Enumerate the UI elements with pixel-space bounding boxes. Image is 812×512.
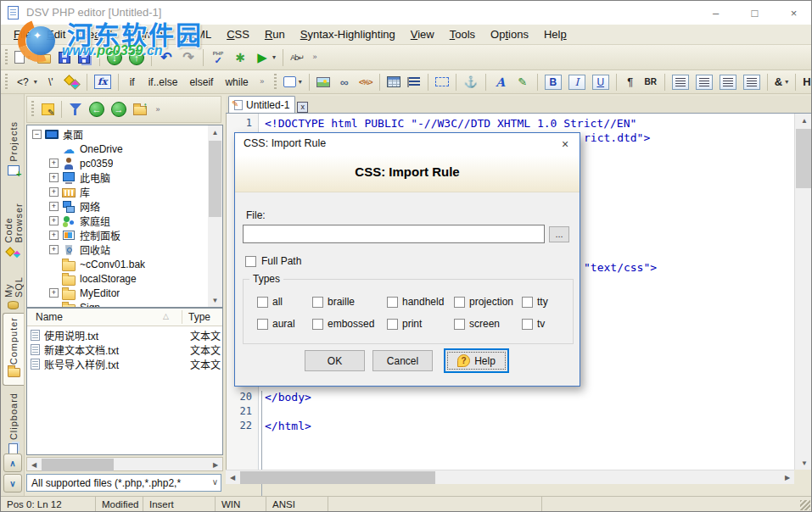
- editor-vscrollbar-thumb[interactable]: [796, 129, 812, 188]
- hyperlink-button[interactable]: ∞: [333, 72, 356, 92]
- type-option-screen[interactable]: screen: [454, 318, 500, 330]
- cancel-button[interactable]: Cancel: [372, 350, 433, 371]
- scroll-left-icon[interactable]: ◀: [27, 458, 41, 472]
- sidebar-tab-projects[interactable]: Projects: [3, 118, 24, 175]
- close-button[interactable]: ×: [775, 1, 812, 25]
- function-button[interactable]: fx: [91, 72, 115, 92]
- toolbar-grip[interactable]: [5, 74, 8, 91]
- type-checkbox-screen[interactable]: [454, 319, 465, 330]
- type-checkbox-tv[interactable]: [522, 319, 533, 330]
- type-option-projection[interactable]: projection: [454, 296, 513, 308]
- toolbar-grip[interactable]: [31, 101, 34, 118]
- word-wrap-button[interactable]: Ab↵: [287, 47, 307, 68]
- run-button[interactable]: ▶▾: [251, 47, 279, 68]
- sidebar-tab-code-browser[interactable]: Code Browser: [3, 184, 24, 259]
- toolbar-grip[interactable]: [274, 74, 277, 91]
- type-checkbox-all[interactable]: [257, 297, 268, 308]
- type-option-print[interactable]: print: [387, 318, 422, 330]
- align-center-button[interactable]: [692, 72, 716, 92]
- heading-button[interactable]: H▾: [799, 72, 812, 92]
- anchor-button[interactable]: ⚓: [460, 72, 482, 92]
- file-item-使用说明-txt[interactable]: 使用说明.txt文本文: [29, 328, 222, 342]
- file-input[interactable]: [243, 225, 545, 243]
- expand-icon[interactable]: +: [49, 245, 59, 254]
- explorer-scrollbar-thumb[interactable]: [42, 459, 114, 471]
- collapse-down-button[interactable]: ∨: [3, 474, 22, 493]
- tree-item-cconv01-bak[interactable]: ~cConv01.bak: [27, 257, 193, 271]
- underline-button[interactable]: U: [589, 72, 613, 92]
- tree-scrollbar-thumb[interactable]: [209, 141, 221, 217]
- scroll-right-icon[interactable]: ▶: [209, 458, 222, 472]
- new-file-button[interactable]: ▾: [11, 47, 34, 68]
- php-syntax-check-button[interactable]: PHP✓: [207, 47, 229, 68]
- menu-item-search[interactable]: Search: [73, 25, 123, 44]
- menu-item-run[interactable]: Run: [257, 25, 293, 44]
- type-checkbox-print[interactable]: [387, 319, 398, 330]
- align-right-button[interactable]: [716, 72, 740, 92]
- scroll-down-icon[interactable]: ▼: [795, 456, 812, 470]
- toolbar-grip[interactable]: [5, 49, 8, 66]
- tree-scrollbar[interactable]: ▲ ▼: [208, 125, 222, 307]
- fieldset-button[interactable]: [432, 72, 452, 92]
- tree-item-sign[interactable]: Sign: [27, 300, 193, 308]
- menu-item-format[interactable]: Format: [124, 25, 174, 44]
- type-option-handheld[interactable]: handheld: [387, 296, 444, 308]
- expand-icon[interactable]: +: [49, 173, 59, 182]
- bold-button[interactable]: B: [541, 72, 565, 92]
- resize-grip[interactable]: [800, 500, 810, 510]
- scroll-down-icon[interactable]: ▼: [208, 293, 222, 307]
- image-button[interactable]: [313, 72, 333, 92]
- editor-vertical-scrollbar[interactable]: ▲ ▼: [794, 114, 812, 470]
- debug-button[interactable]: ✱: [229, 47, 251, 68]
- menu-item-css[interactable]: CSS: [219, 25, 257, 44]
- folder-up-button[interactable]: [130, 99, 150, 120]
- tree-item-桌面[interactable]: −桌面: [27, 127, 193, 142]
- sidebar-tab-clipboard[interactable]: Clipboard: [3, 389, 24, 457]
- if-else-button[interactable]: if..else: [143, 72, 184, 92]
- dialog-close-icon[interactable]: ×: [557, 136, 573, 152]
- scroll-left-icon[interactable]: ◀: [226, 470, 239, 485]
- help-button[interactable]: ? Help: [444, 348, 509, 373]
- type-option-all[interactable]: all: [257, 296, 283, 308]
- tree-item-onedrive[interactable]: OneDrive: [27, 142, 193, 156]
- sidebar-tab-my-sql[interactable]: My SQL: [3, 260, 24, 309]
- while-button[interactable]: while: [219, 72, 254, 92]
- tab-close-button[interactable]: x: [297, 102, 308, 113]
- elseif-button[interactable]: elseif: [183, 72, 219, 92]
- escape-quotes-button[interactable]: \': [41, 72, 61, 92]
- editor-horizontal-scrollbar[interactable]: ◀ ▶: [226, 470, 794, 484]
- back-button[interactable]: ←: [86, 99, 108, 120]
- full-path-checkbox[interactable]: [245, 256, 256, 267]
- tree-item-控制面板[interactable]: +控制面板: [27, 228, 193, 242]
- type-option-tv[interactable]: tv: [522, 318, 545, 330]
- toolbar-overflow-icon[interactable]: »: [310, 48, 320, 67]
- ok-button[interactable]: OK: [305, 350, 365, 371]
- expand-icon[interactable]: +: [49, 216, 59, 225]
- line-break-button[interactable]: BR: [641, 72, 661, 92]
- type-checkbox-handheld[interactable]: [387, 297, 398, 308]
- file-item-账号导入样例-txt[interactable]: 账号导入样例.txt文本文: [29, 357, 222, 371]
- column-divider[interactable]: [182, 310, 182, 324]
- numbered-list-button[interactable]: [404, 72, 424, 92]
- download-button[interactable]: ↓: [104, 47, 126, 68]
- file-item-新建文本文档-txt[interactable]: 新建文本文档.txt文本文: [29, 342, 222, 357]
- tree-item-网络[interactable]: +网络: [27, 199, 193, 214]
- type-option-aural[interactable]: aural: [257, 318, 295, 330]
- scroll-up-icon[interactable]: ▲: [208, 125, 222, 139]
- explorer-horizontal-scrollbar[interactable]: ◀ ▶: [26, 457, 223, 471]
- maximize-button[interactable]: □: [736, 1, 774, 25]
- save-all-button[interactable]: [75, 47, 96, 68]
- undo-button[interactable]: ↶: [155, 47, 177, 68]
- tree-item-myeditor[interactable]: +MyEditor: [27, 286, 193, 300]
- type-checkbox-braille[interactable]: [312, 297, 323, 308]
- menu-item-tools[interactable]: Tools: [442, 25, 483, 44]
- type-checkbox-aural[interactable]: [257, 319, 268, 330]
- tab-untitled-1[interactable]: Untitled-1: [228, 96, 295, 113]
- menu-item-options[interactable]: Options: [483, 25, 536, 44]
- collapse-icon[interactable]: −: [32, 130, 42, 139]
- file-filter-combobox[interactable]: All supported files (*.php,*.php2,* ∨: [26, 474, 221, 492]
- dialog-title-bar[interactable]: CSS: Import Rule ×: [235, 133, 580, 155]
- php-tag-button[interactable]: <?▾: [11, 72, 41, 92]
- expand-icon[interactable]: +: [49, 187, 59, 197]
- type-checkbox-projection[interactable]: [454, 297, 465, 308]
